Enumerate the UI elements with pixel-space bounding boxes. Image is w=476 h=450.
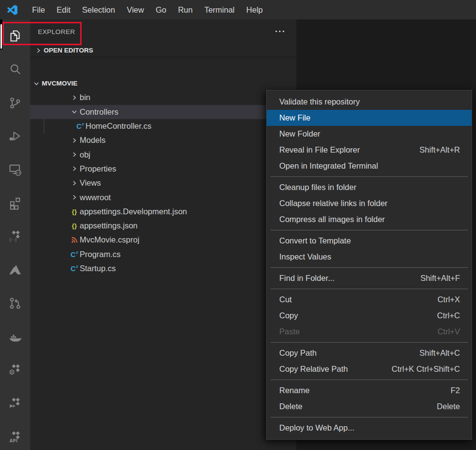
menu-item-reveal-in-file-explorer[interactable]: Reveal in File ExplorerShift+Alt+R xyxy=(267,142,472,158)
tree-item-label: appsettings.Development.json xyxy=(80,207,187,216)
menu-item-label: Reveal in File Explorer xyxy=(279,145,360,155)
activity-source-control-button[interactable] xyxy=(0,86,30,120)
chevron-right-icon xyxy=(69,151,80,158)
menu-item-label: Deploy to Web App... xyxy=(279,423,355,433)
menu-item-copy-path[interactable]: Copy PathShift+Alt+C xyxy=(267,345,472,361)
tree-item-label: MVCMOVIE xyxy=(42,80,78,87)
menu-item-label: Cleanup files in folder xyxy=(279,183,357,192)
menubar-item-edit[interactable]: Edit xyxy=(51,0,76,19)
menu-item-convert-to-template[interactable]: Convert to Template xyxy=(267,233,472,249)
activity-explorer-button[interactable] xyxy=(0,19,30,53)
tree-file-homecontroller-cs[interactable]: C#HomeController.cs xyxy=(30,119,296,133)
menu-item-shortcut: Delete xyxy=(437,402,460,411)
tree-item-label: Properties xyxy=(80,164,116,173)
menubar-item-run[interactable]: Run xyxy=(172,0,198,19)
azure-api-management-icon: API xyxy=(8,430,22,444)
menubar-item-help[interactable]: Help xyxy=(240,0,269,19)
activity-bar: [···]API xyxy=(0,19,30,450)
menu-item-copy-relative-path[interactable]: Copy Relative PathCtrl+K Ctrl+Shift+C xyxy=(267,361,472,377)
run-and-debug-icon xyxy=(8,129,22,143)
chevron-right-icon xyxy=(69,137,80,144)
csharp-file-icon: C# xyxy=(76,122,84,130)
tree-file-mvcmovie-csproj[interactable]: MvcMovie.csproj xyxy=(30,233,296,247)
menu-separator xyxy=(271,230,468,230)
menu-item-label: Validate this repository xyxy=(279,97,360,106)
menu-item-delete[interactable]: DeleteDelete xyxy=(267,398,472,415)
tree-item-label: appsettings.json xyxy=(80,221,137,230)
activity-azure-api-management-button[interactable]: API xyxy=(0,420,30,450)
svg-text:API: API xyxy=(10,438,17,443)
menubar-item-go[interactable]: Go xyxy=(150,0,172,19)
activity-remote-explorer-button[interactable] xyxy=(0,153,30,187)
open-editors-section[interactable]: OPEN EDITORS xyxy=(30,44,296,57)
activity-azure-iot-edge-button[interactable]: [···] xyxy=(0,220,30,253)
menu-item-compress-all-images-in-folder[interactable]: Compress all images in folder xyxy=(267,211,472,227)
docker-icon xyxy=(8,329,22,344)
azure-iot-edge-icon: [···] xyxy=(8,229,22,243)
menu-item-shortcut: Ctrl+X xyxy=(438,295,460,304)
menu-item-cut[interactable]: CutCtrl+X xyxy=(267,292,472,308)
menu-item-rename[interactable]: RenameF2 xyxy=(267,382,472,398)
activity-azure-button[interactable] xyxy=(0,253,30,287)
menubar-item-selection[interactable]: Selection xyxy=(76,0,121,19)
activity-azure-iot-hub-button[interactable] xyxy=(0,353,30,387)
activity-extensions-button[interactable] xyxy=(0,186,30,220)
menu-separator xyxy=(271,176,468,177)
menu-item-copy[interactable]: CopyCtrl+C xyxy=(267,308,472,324)
menu-item-open-in-integrated-terminal[interactable]: Open in Integrated Terminal xyxy=(267,158,472,174)
tree-item-label: wwwroot xyxy=(80,193,111,202)
menu-separator xyxy=(271,417,468,417)
tree-item-label: bin xyxy=(80,93,90,102)
tree-folder-controllers[interactable]: Controllers xyxy=(30,105,296,119)
tree-file-program-cs[interactable]: C#Program.cs xyxy=(30,247,296,261)
sidebar-title: EXPLORER xyxy=(38,28,75,35)
tree-folder-bin[interactable]: bin xyxy=(30,90,296,104)
tree-file-appsettings-development-json[interactable]: {}appsettings.Development.json xyxy=(30,205,296,219)
menu-item-inspect-values[interactable]: Inspect Values xyxy=(267,249,472,265)
menu-item-label: Convert to Template xyxy=(279,236,351,245)
menu-item-paste[interactable]: PasteCtrl+V xyxy=(267,324,472,340)
tree-item-label: Controllers xyxy=(80,107,119,117)
menu-item-shortcut: Ctrl+K Ctrl+Shift+C xyxy=(391,364,460,374)
menu-item-label: Find in Folder... xyxy=(279,274,335,283)
azure-stream-analytics-icon xyxy=(8,396,22,411)
menu-bar: FileEditSelectionViewGoRunTerminalHelp xyxy=(26,0,269,19)
tree-file-appsettings-json[interactable]: {}appsettings.json xyxy=(30,219,296,233)
menu-item-label: Rename xyxy=(279,386,309,395)
tree-folder-models[interactable]: Models xyxy=(30,133,296,147)
menu-item-label: Compress all images in folder xyxy=(279,215,385,224)
tree-file-startup-cs[interactable]: C#Startup.cs xyxy=(30,261,296,276)
menu-item-validate-this-repository[interactable]: Validate this repository xyxy=(267,94,472,110)
menu-item-collapse-relative-links-in-folder[interactable]: Collapse relative links in folder xyxy=(267,195,472,211)
tree-folder-mvcmovie[interactable]: MVCMOVIE xyxy=(30,76,296,90)
activity-run-and-debug-button[interactable] xyxy=(0,120,30,153)
chevron-right-icon xyxy=(69,165,80,173)
csharp-file-icon: C# xyxy=(70,265,78,272)
menu-item-cleanup-files-in-folder[interactable]: Cleanup files in folder xyxy=(267,179,472,195)
chevron-right-icon xyxy=(69,193,80,201)
sidebar-header: EXPLORER ··· xyxy=(30,19,296,44)
tree-folder-wwwroot[interactable]: wwwroot xyxy=(30,190,296,204)
azure-iot-hub-icon xyxy=(8,363,22,377)
search-icon xyxy=(8,62,22,77)
menubar-item-terminal[interactable]: Terminal xyxy=(199,0,240,19)
tree-item-label: HomeController.cs xyxy=(85,121,152,131)
menu-item-new-folder[interactable]: New Folder xyxy=(267,126,472,142)
menubar-item-file[interactable]: File xyxy=(26,0,51,19)
activity-docker-button[interactable] xyxy=(0,320,30,353)
tree-folder-properties[interactable]: Properties xyxy=(30,162,296,176)
menubar-item-view[interactable]: View xyxy=(121,0,150,19)
menu-item-label: New File xyxy=(279,113,310,122)
tree-folder-views[interactable]: Views xyxy=(30,176,296,190)
menu-separator xyxy=(271,267,468,268)
menu-item-new-file[interactable]: New File xyxy=(267,110,472,126)
menu-item-deploy-to-web-app[interactable]: Deploy to Web App... xyxy=(267,420,472,436)
chevron-right-icon xyxy=(33,47,44,54)
more-actions-button[interactable]: ··· xyxy=(275,29,286,34)
tree-folder-obj[interactable]: obj xyxy=(30,147,296,161)
menu-item-label: New Folder xyxy=(279,129,320,138)
activity-search-button[interactable] xyxy=(0,53,30,87)
menu-item-find-in-folder[interactable]: Find in Folder...Shift+Alt+F xyxy=(267,270,472,286)
activity-azure-stream-analytics-button[interactable] xyxy=(0,387,30,420)
activity-github-pull-requests-button[interactable] xyxy=(0,287,30,320)
